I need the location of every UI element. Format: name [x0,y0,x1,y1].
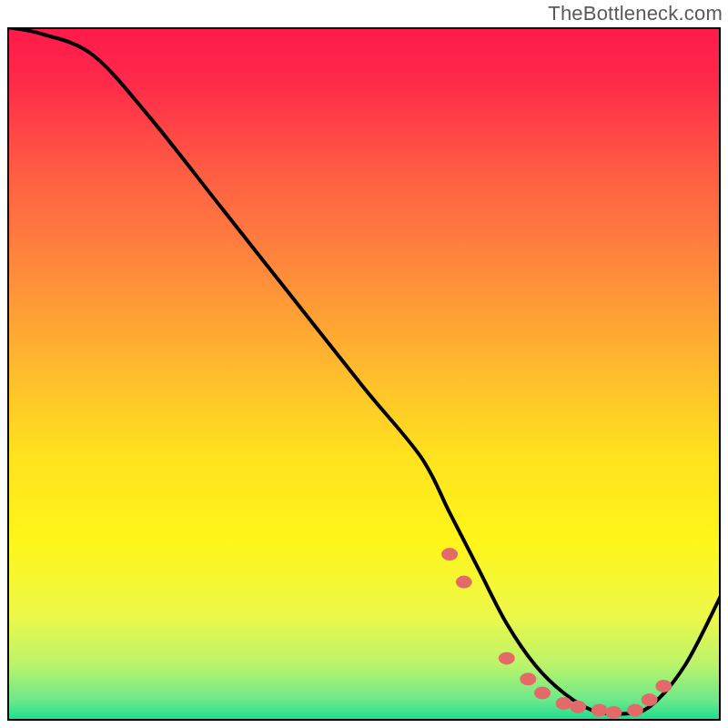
highlight-marker [534,687,551,700]
highlight-marker [499,652,515,664]
highlight-marker [592,704,608,717]
highlight-marker [570,701,586,713]
highlight-marker [520,672,536,685]
source-attribution: TheBottleneck.com [548,2,723,25]
highlight-marker [655,680,672,693]
highlight-marker [605,706,622,719]
plot-background [7,27,721,721]
highlight-marker [441,548,458,561]
highlight-marker [556,697,572,710]
chart-plot [7,27,721,721]
highlight-marker [456,576,472,589]
highlight-marker [642,693,658,706]
chart-container: TheBottleneck.com [0,0,728,728]
highlight-marker [627,704,643,717]
